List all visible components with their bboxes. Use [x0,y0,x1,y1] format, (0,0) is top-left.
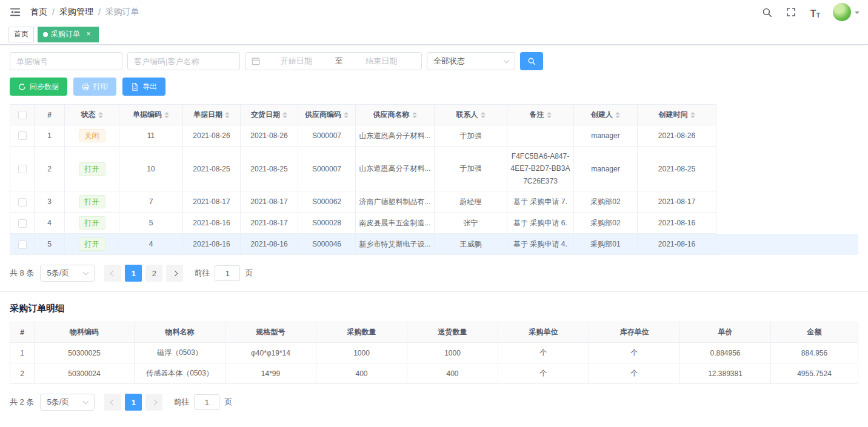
chevron-down-icon [855,12,860,16]
prev-page-button[interactable] [104,394,121,411]
sort-caret[interactable] [225,112,230,118]
col-purchase-qty: 采购数量 [316,322,407,343]
page-button-1[interactable]: 1 [125,265,142,282]
cell-delivery-qty: 400 [407,363,498,384]
breadcrumb-home[interactable]: 首页 [30,7,47,18]
row-checkbox[interactable] [18,131,27,140]
select-all-cell [10,105,35,125]
customer-field [127,52,240,70]
hamburger-icon[interactable] [8,5,22,19]
fullscreen-icon[interactable] [784,5,798,19]
status-badge: 打开 [79,237,105,251]
cell-creator: manager [574,147,638,191]
start-date-placeholder[interactable]: 开始日期 [262,56,330,67]
sort-caret[interactable] [481,112,486,118]
cell-doc-date: 2021-08-16 [183,234,241,255]
col-creator[interactable]: 创建人 [574,105,638,125]
search-icon[interactable] [760,5,773,19]
detail-row[interactable]: 2 50300024 传感器本体（0503） 14*99 400 400 个 个… [10,363,858,384]
cell-code: 5 [119,213,183,234]
page-button-1[interactable]: 1 [125,394,142,411]
cell-material-code: 50300024 [35,363,135,384]
cell-stock-unit: 个 [589,343,680,363]
tags-view-bar: 首页 采购订单 × [0,24,868,45]
sort-caret[interactable] [164,112,169,118]
user-menu[interactable] [833,3,860,21]
tag-home[interactable]: 首页 [8,27,34,42]
cell-delivery-date: 2021-08-17 [241,191,298,213]
sort-caret[interactable] [547,112,552,118]
col-supplier-name[interactable]: 供应商名称 [356,105,435,125]
col-doc-date[interactable]: 单据日期 [183,105,241,125]
table-row-selected[interactable]: 5 打开 4 2021-08-16 2021-08-16 S000046 新乡市… [10,234,859,255]
select-all-checkbox[interactable] [18,111,27,119]
col-spec: 规格型号 [225,322,316,343]
print-button[interactable]: 打印 [73,78,116,96]
row-checkbox[interactable] [18,198,27,207]
col-contact[interactable]: 联系人 [435,105,507,125]
col-supplier-code[interactable]: 供应商编码 [298,105,356,125]
avatar[interactable] [833,3,851,21]
sort-caret[interactable] [615,112,620,118]
cell-index: 3 [35,191,65,213]
goto-page-input[interactable] [215,265,240,281]
cell-supplier-name: 山东道恩高分子材料... [356,125,435,147]
close-icon[interactable]: × [84,30,93,39]
cell-creator: 采购部02 [574,213,638,234]
end-date-placeholder[interactable]: 结束日期 [348,56,416,67]
cell-supplier-code: S000062 [298,191,356,213]
next-page-button[interactable] [166,265,183,282]
export-button[interactable]: 导出 [122,78,165,96]
row-checkbox[interactable] [18,240,27,249]
cell-purchase-unit: 个 [498,343,589,363]
page-size-select[interactable]: 5条/页 [40,394,95,411]
table-row[interactable]: 1 关闭 11 2021-08-26 2021-08-26 S000007 山东… [10,125,859,147]
status-badge: 打开 [79,216,105,230]
goto-page-input[interactable] [194,394,219,410]
goto-suffix: 页 [245,268,253,279]
filter-bar: 开始日期 至 结束日期 全部状态 [10,52,858,70]
col-created-at[interactable]: 创建时间 [638,105,716,125]
status-select[interactable]: 全部状态 [427,52,515,70]
cell-created-at: 2021-08-16 [638,213,716,234]
cell-creator: 采购部01 [574,234,638,255]
next-page-button[interactable] [145,394,162,411]
date-range-picker[interactable]: 开始日期 至 结束日期 [245,52,422,70]
cell-delivery-date: 2021-08-25 [241,147,298,191]
col-remark[interactable]: 备注 [507,105,574,125]
sort-caret[interactable] [282,112,287,118]
sort-caret[interactable] [344,112,349,118]
sync-data-button[interactable]: 同步数据 [10,78,67,96]
cell-doc-date: 2021-08-16 [183,213,241,234]
prev-page-button[interactable] [104,265,121,282]
status-badge: 打开 [79,162,105,176]
row-checkbox[interactable] [18,165,27,173]
breadcrumb: 首页 / 采购管理 / 采购订单 [30,7,139,18]
detail-row[interactable]: 1 50300025 磁浮（0503） φ40*φ19*14 1000 1000… [10,343,858,363]
cell-remark: 基于 采购申请 7. [507,191,574,213]
col-purchase-unit: 采购单位 [498,322,589,343]
sort-caret[interactable] [98,112,103,118]
refresh-icon [18,83,26,91]
col-code[interactable]: 单据编码 [119,105,183,125]
tag-purchase-orders[interactable]: 采购订单 × [38,27,99,42]
sort-caret[interactable] [690,112,695,118]
font-size-icon[interactable]: TT [809,5,822,19]
col-delivery-date[interactable]: 交货日期 [241,105,298,125]
table-row[interactable]: 4 打开 5 2021-08-16 2021-08-17 S000028 南皮县… [10,213,859,234]
cell-purchase-qty: 1000 [316,343,407,363]
table-row[interactable]: 3 打开 7 2021-08-17 2021-08-17 S000062 济南广… [10,191,859,213]
page-button-2[interactable]: 2 [145,265,162,282]
customer-input[interactable] [134,57,233,66]
doc-no-input[interactable] [16,57,116,66]
cell-remark: F4FC5BA6-A847-4EE7-B2D7-BB3A7C26E373 [507,147,574,191]
search-button[interactable] [520,52,543,70]
active-dot-icon [43,32,48,37]
orders-header-row: # 状态 单据编码 单据日期 交货日期 供应商编码 供应商名称 联系人 备注 创… [10,105,859,125]
page-size-select[interactable]: 5条/页 [40,265,95,282]
table-row[interactable]: 2 打开 10 2021-08-25 2021-08-25 S000007 山东… [10,147,859,191]
breadcrumb-section[interactable]: 采购管理 [59,7,93,18]
row-checkbox[interactable] [18,219,27,228]
sort-caret[interactable] [412,112,417,118]
col-status[interactable]: 状态 [65,105,119,125]
